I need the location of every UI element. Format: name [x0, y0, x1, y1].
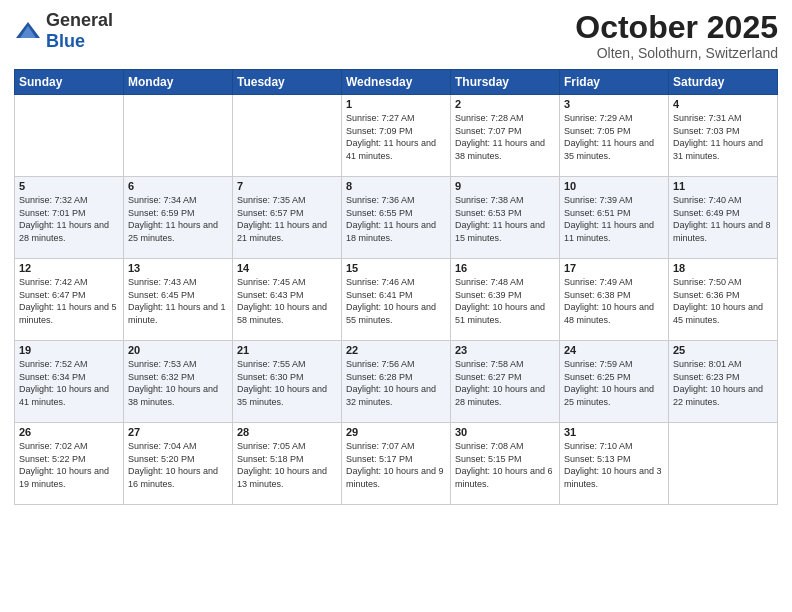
calendar-cell: 18Sunrise: 7:50 AM Sunset: 6:36 PM Dayli…: [669, 259, 778, 341]
week-row-5: 26Sunrise: 7:02 AM Sunset: 5:22 PM Dayli…: [15, 423, 778, 505]
day-number: 1: [346, 98, 446, 110]
calendar-cell: 11Sunrise: 7:40 AM Sunset: 6:49 PM Dayli…: [669, 177, 778, 259]
logo: General Blue: [14, 10, 113, 52]
day-number: 18: [673, 262, 773, 274]
calendar-cell: 4Sunrise: 7:31 AM Sunset: 7:03 PM Daylig…: [669, 95, 778, 177]
day-info: Sunrise: 7:53 AM Sunset: 6:32 PM Dayligh…: [128, 358, 228, 408]
day-info: Sunrise: 7:35 AM Sunset: 6:57 PM Dayligh…: [237, 194, 337, 244]
weekday-sunday: Sunday: [15, 70, 124, 95]
day-info: Sunrise: 7:02 AM Sunset: 5:22 PM Dayligh…: [19, 440, 119, 490]
calendar-cell: 15Sunrise: 7:46 AM Sunset: 6:41 PM Dayli…: [342, 259, 451, 341]
day-info: Sunrise: 7:36 AM Sunset: 6:55 PM Dayligh…: [346, 194, 446, 244]
calendar-cell: 16Sunrise: 7:48 AM Sunset: 6:39 PM Dayli…: [451, 259, 560, 341]
day-number: 16: [455, 262, 555, 274]
weekday-monday: Monday: [124, 70, 233, 95]
day-number: 13: [128, 262, 228, 274]
weekday-saturday: Saturday: [669, 70, 778, 95]
logo-general: General: [46, 10, 113, 30]
day-number: 6: [128, 180, 228, 192]
weekday-thursday: Thursday: [451, 70, 560, 95]
calendar-cell: 10Sunrise: 7:39 AM Sunset: 6:51 PM Dayli…: [560, 177, 669, 259]
calendar-cell: 20Sunrise: 7:53 AM Sunset: 6:32 PM Dayli…: [124, 341, 233, 423]
calendar-cell: 13Sunrise: 7:43 AM Sunset: 6:45 PM Dayli…: [124, 259, 233, 341]
day-number: 4: [673, 98, 773, 110]
day-info: Sunrise: 7:56 AM Sunset: 6:28 PM Dayligh…: [346, 358, 446, 408]
day-number: 24: [564, 344, 664, 356]
calendar-cell: 23Sunrise: 7:58 AM Sunset: 6:27 PM Dayli…: [451, 341, 560, 423]
week-row-4: 19Sunrise: 7:52 AM Sunset: 6:34 PM Dayli…: [15, 341, 778, 423]
day-number: 5: [19, 180, 119, 192]
day-info: Sunrise: 7:58 AM Sunset: 6:27 PM Dayligh…: [455, 358, 555, 408]
calendar-cell: 9Sunrise: 7:38 AM Sunset: 6:53 PM Daylig…: [451, 177, 560, 259]
day-number: 9: [455, 180, 555, 192]
day-number: 17: [564, 262, 664, 274]
calendar-cell: 12Sunrise: 7:42 AM Sunset: 6:47 PM Dayli…: [15, 259, 124, 341]
calendar-cell: 1Sunrise: 7:27 AM Sunset: 7:09 PM Daylig…: [342, 95, 451, 177]
calendar-cell: 28Sunrise: 7:05 AM Sunset: 5:18 PM Dayli…: [233, 423, 342, 505]
day-info: Sunrise: 7:48 AM Sunset: 6:39 PM Dayligh…: [455, 276, 555, 326]
calendar-cell: 31Sunrise: 7:10 AM Sunset: 5:13 PM Dayli…: [560, 423, 669, 505]
month-title: October 2025: [575, 10, 778, 45]
day-number: 25: [673, 344, 773, 356]
day-number: 15: [346, 262, 446, 274]
calendar-cell: 2Sunrise: 7:28 AM Sunset: 7:07 PM Daylig…: [451, 95, 560, 177]
calendar-cell: [669, 423, 778, 505]
day-info: Sunrise: 7:04 AM Sunset: 5:20 PM Dayligh…: [128, 440, 228, 490]
calendar-cell: 17Sunrise: 7:49 AM Sunset: 6:38 PM Dayli…: [560, 259, 669, 341]
logo-icon: [14, 20, 42, 42]
day-number: 27: [128, 426, 228, 438]
day-info: Sunrise: 7:59 AM Sunset: 6:25 PM Dayligh…: [564, 358, 664, 408]
day-number: 29: [346, 426, 446, 438]
weekday-header-row: SundayMondayTuesdayWednesdayThursdayFrid…: [15, 70, 778, 95]
calendar-cell: 3Sunrise: 7:29 AM Sunset: 7:05 PM Daylig…: [560, 95, 669, 177]
day-number: 12: [19, 262, 119, 274]
week-row-3: 12Sunrise: 7:42 AM Sunset: 6:47 PM Dayli…: [15, 259, 778, 341]
calendar-cell: 7Sunrise: 7:35 AM Sunset: 6:57 PM Daylig…: [233, 177, 342, 259]
calendar-cell: [233, 95, 342, 177]
calendar-cell: 27Sunrise: 7:04 AM Sunset: 5:20 PM Dayli…: [124, 423, 233, 505]
week-row-1: 1Sunrise: 7:27 AM Sunset: 7:09 PM Daylig…: [15, 95, 778, 177]
day-info: Sunrise: 7:49 AM Sunset: 6:38 PM Dayligh…: [564, 276, 664, 326]
day-number: 20: [128, 344, 228, 356]
day-info: Sunrise: 7:55 AM Sunset: 6:30 PM Dayligh…: [237, 358, 337, 408]
calendar-cell: 22Sunrise: 7:56 AM Sunset: 6:28 PM Dayli…: [342, 341, 451, 423]
calendar-cell: 25Sunrise: 8:01 AM Sunset: 6:23 PM Dayli…: [669, 341, 778, 423]
calendar-cell: [124, 95, 233, 177]
weekday-tuesday: Tuesday: [233, 70, 342, 95]
day-info: Sunrise: 7:28 AM Sunset: 7:07 PM Dayligh…: [455, 112, 555, 162]
day-info: Sunrise: 7:38 AM Sunset: 6:53 PM Dayligh…: [455, 194, 555, 244]
day-info: Sunrise: 7:45 AM Sunset: 6:43 PM Dayligh…: [237, 276, 337, 326]
day-info: Sunrise: 7:39 AM Sunset: 6:51 PM Dayligh…: [564, 194, 664, 244]
day-info: Sunrise: 7:29 AM Sunset: 7:05 PM Dayligh…: [564, 112, 664, 162]
weekday-friday: Friday: [560, 70, 669, 95]
day-info: Sunrise: 7:50 AM Sunset: 6:36 PM Dayligh…: [673, 276, 773, 326]
day-number: 23: [455, 344, 555, 356]
day-number: 26: [19, 426, 119, 438]
calendar-cell: 19Sunrise: 7:52 AM Sunset: 6:34 PM Dayli…: [15, 341, 124, 423]
logo-blue: Blue: [46, 31, 85, 51]
day-info: Sunrise: 8:01 AM Sunset: 6:23 PM Dayligh…: [673, 358, 773, 408]
day-info: Sunrise: 7:34 AM Sunset: 6:59 PM Dayligh…: [128, 194, 228, 244]
day-number: 22: [346, 344, 446, 356]
day-info: Sunrise: 7:43 AM Sunset: 6:45 PM Dayligh…: [128, 276, 228, 326]
title-block: October 2025 Olten, Solothurn, Switzerla…: [575, 10, 778, 61]
day-info: Sunrise: 7:05 AM Sunset: 5:18 PM Dayligh…: [237, 440, 337, 490]
calendar-cell: 6Sunrise: 7:34 AM Sunset: 6:59 PM Daylig…: [124, 177, 233, 259]
day-info: Sunrise: 7:07 AM Sunset: 5:17 PM Dayligh…: [346, 440, 446, 490]
day-info: Sunrise: 7:27 AM Sunset: 7:09 PM Dayligh…: [346, 112, 446, 162]
header: General Blue October 2025 Olten, Solothu…: [14, 10, 778, 61]
week-row-2: 5Sunrise: 7:32 AM Sunset: 7:01 PM Daylig…: [15, 177, 778, 259]
day-info: Sunrise: 7:08 AM Sunset: 5:15 PM Dayligh…: [455, 440, 555, 490]
calendar-cell: 21Sunrise: 7:55 AM Sunset: 6:30 PM Dayli…: [233, 341, 342, 423]
calendar-cell: 14Sunrise: 7:45 AM Sunset: 6:43 PM Dayli…: [233, 259, 342, 341]
calendar-cell: 29Sunrise: 7:07 AM Sunset: 5:17 PM Dayli…: [342, 423, 451, 505]
day-info: Sunrise: 7:32 AM Sunset: 7:01 PM Dayligh…: [19, 194, 119, 244]
day-info: Sunrise: 7:40 AM Sunset: 6:49 PM Dayligh…: [673, 194, 773, 244]
day-number: 21: [237, 344, 337, 356]
day-number: 8: [346, 180, 446, 192]
calendar-cell: 24Sunrise: 7:59 AM Sunset: 6:25 PM Dayli…: [560, 341, 669, 423]
day-number: 7: [237, 180, 337, 192]
calendar-cell: 30Sunrise: 7:08 AM Sunset: 5:15 PM Dayli…: [451, 423, 560, 505]
day-number: 14: [237, 262, 337, 274]
day-number: 19: [19, 344, 119, 356]
